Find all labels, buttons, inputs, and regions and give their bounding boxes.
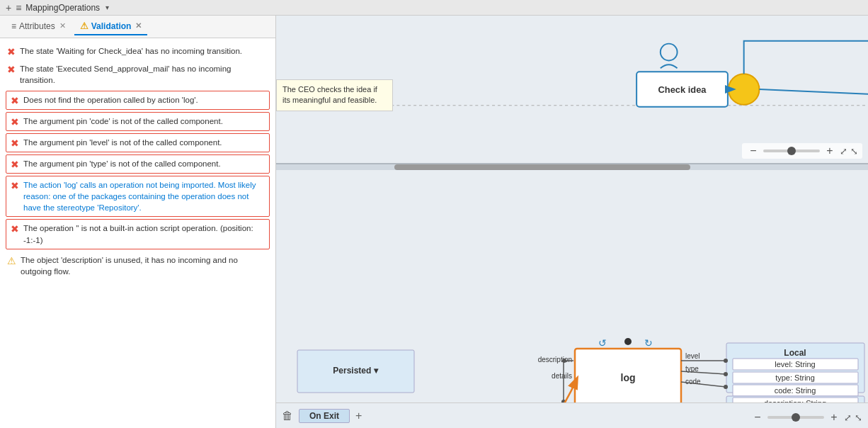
error-icon-4: ✖ <box>11 137 19 149</box>
bottom-bar: 🗑 On Exit + − + ⤢ ⤡ <box>276 402 868 428</box>
validation-text-8: The object 'description' is unused, it h… <box>21 254 268 277</box>
tooltip-text: The CEO checks the idea if its meaningfu… <box>282 85 377 104</box>
error-icon-5: ✖ <box>11 159 19 170</box>
zoom-in-btn-top[interactable]: + <box>823 145 837 157</box>
collapse-icon-bottom[interactable]: ⤡ <box>855 412 862 423</box>
svg-text:log: log <box>621 372 636 383</box>
svg-text:Check idea: Check idea <box>658 84 707 95</box>
h-scrollbar-thumb-top <box>394 164 690 170</box>
tab-validation[interactable]: ⚠ Validation ✕ <box>74 18 148 35</box>
add-icon: + <box>6 2 11 13</box>
bottom-diagram-svg: Local level: String type: String code: S… <box>276 170 868 402</box>
svg-text:level: level <box>685 352 700 360</box>
expand-icon-top[interactable]: ⤢ <box>840 146 847 157</box>
svg-point-56 <box>562 359 566 363</box>
validation-text-1: The state 'Executed Send_approval_mail' … <box>20 63 268 86</box>
validation-text-2: Does not find the operation called by ac… <box>23 94 198 106</box>
bottom-diagram: Local level: String type: String code: S… <box>276 170 868 428</box>
tab-validation-close[interactable]: ✕ <box>135 21 142 30</box>
validation-item-0: ✖ The state 'Waiting for Check_idea' has… <box>0 43 275 60</box>
validation-item-2: ✖ Does not find the operation called by … <box>6 91 270 110</box>
svg-point-52 <box>724 372 728 376</box>
validation-list: ✖ The state 'Waiting for Check_idea' has… <box>0 38 275 428</box>
left-panel: ≡ Attributes ✕ ⚠ Validation ✕ ✖ The stat… <box>0 16 276 428</box>
validation-text-5: The argument pin 'type' is not of the ca… <box>23 158 221 169</box>
error-icon-1: ✖ <box>7 64 16 75</box>
main-area: ≡ Attributes ✕ ⚠ Validation ✕ ✖ The stat… <box>0 16 868 428</box>
svg-point-37 <box>624 338 632 345</box>
svg-text:description: description <box>538 356 572 364</box>
zoom-out-btn-bottom[interactable]: − <box>750 411 765 424</box>
svg-text:type: String: type: String <box>775 373 815 382</box>
top-diagram: Check idea Send rejection mail Send appr… <box>276 16 868 164</box>
zoom-track-bottom[interactable] <box>767 416 824 419</box>
zoom-controls-bottom: − + ⤢ ⤡ <box>750 411 862 424</box>
tab-attributes[interactable]: ≡ Attributes ✕ <box>6 18 72 35</box>
tab-attributes-label: Attributes <box>19 21 55 31</box>
tab-validation-label: Validation <box>91 21 132 31</box>
svg-text:code: String: code: String <box>775 386 816 395</box>
validation-item-1: ✖ The state 'Executed Send_approval_mail… <box>0 60 275 89</box>
error-icon-3: ✖ <box>11 116 19 128</box>
svg-text:details: details <box>552 372 572 380</box>
zoom-controls-top: − + ⤢ ⤡ <box>742 143 862 159</box>
svg-text:Persisted ▾: Persisted ▾ <box>333 366 378 376</box>
right-area: Check idea Send rejection mail Send appr… <box>276 16 868 428</box>
validation-item-7: ✖ The operation '' is not a built-in act… <box>6 219 270 249</box>
top-bar-title: MappingOperations <box>25 3 100 13</box>
validation-text-7: The operation '' is not a built-in actio… <box>23 223 265 245</box>
bottom-canvas: Local level: String type: String code: S… <box>276 170 868 402</box>
validation-text-0: The state 'Waiting for Check_idea' has n… <box>20 45 242 57</box>
tab-attributes-close[interactable]: ✕ <box>59 21 66 30</box>
mapping-icon: ≡ <box>16 2 21 13</box>
h-scrollbar-top[interactable] <box>276 164 868 170</box>
error-icon-6: ✖ <box>11 180 19 191</box>
validation-text-3: The argument pin 'code' is not of the ca… <box>23 116 223 127</box>
svg-text:Local: Local <box>784 348 806 358</box>
tooltip-box: The CEO checks the idea if its meaningfu… <box>276 79 393 111</box>
svg-text:level: String: level: String <box>775 360 815 368</box>
svg-text:↻: ↻ <box>644 337 653 349</box>
zoom-thumb-top <box>787 147 796 155</box>
svg-point-54 <box>724 385 728 389</box>
collapse-icon-top[interactable]: ⤡ <box>850 146 858 157</box>
validation-item-8: ⚠ The object 'description' is unused, it… <box>0 252 275 280</box>
validation-text-4: The argument pin 'level' is not of the c… <box>23 137 222 148</box>
on-exit-tab[interactable]: On Exit <box>299 409 350 423</box>
zoom-track-top[interactable] <box>763 150 820 152</box>
svg-text:↺: ↺ <box>598 337 607 349</box>
validation-item-4: ✖ The argument pin 'level' is not of the… <box>6 133 270 152</box>
expand-icon-bottom[interactable]: ⤢ <box>844 412 852 423</box>
zoom-out-btn-top[interactable]: − <box>746 145 760 157</box>
validation-item-5: ✖ The argument pin 'type' is not of the … <box>6 154 270 174</box>
tab-bar: ≡ Attributes ✕ ⚠ Validation ✕ <box>0 16 275 38</box>
delete-btn[interactable]: 🗑 <box>282 410 293 422</box>
error-icon-7: ✖ <box>11 223 19 235</box>
error-icon-0: ✖ <box>7 46 16 57</box>
validation-text-6: The action 'log' calls an operation not … <box>23 179 265 213</box>
warning-icon: ⚠ <box>80 21 88 31</box>
list-icon: ≡ <box>11 21 16 31</box>
zoom-thumb-bottom <box>792 413 800 422</box>
top-bar: + ≡ MappingOperations ▾ <box>0 0 868 16</box>
validation-item-6[interactable]: ✖ The action 'log' calls an operation no… <box>6 176 270 217</box>
warning-icon-8: ⚠ <box>7 255 16 266</box>
zoom-in-btn-bottom[interactable]: + <box>827 411 841 424</box>
svg-point-50 <box>724 359 728 363</box>
error-icon-2: ✖ <box>11 95 19 106</box>
add-tab-btn[interactable]: + <box>355 410 362 422</box>
chevron-down-icon[interactable]: ▾ <box>105 4 109 11</box>
validation-item-3: ✖ The argument pin 'code' is not of the … <box>6 112 270 131</box>
